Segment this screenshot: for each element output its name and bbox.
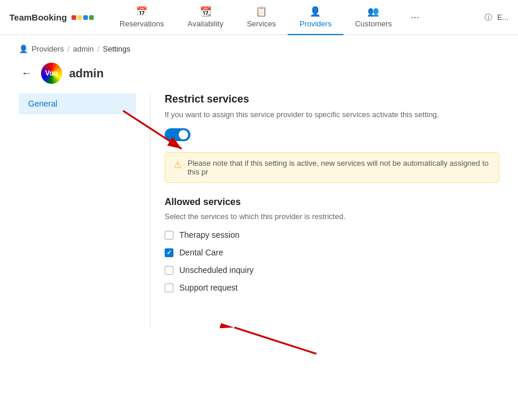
breadcrumb-providers[interactable]: Providers <box>32 45 64 53</box>
settings-panel: Restrict services If you want to assign … <box>165 93 499 327</box>
page-title: admin <box>69 67 104 80</box>
logo-dots <box>71 15 94 20</box>
page-header: ← Von admin <box>0 58 518 93</box>
top-navigation: TeamBooking 📅 Reservations 📆 Availabilit… <box>0 0 518 35</box>
restrict-services-desc: If you want to assign this service provi… <box>165 110 499 119</box>
support-checkbox[interactable] <box>165 284 173 292</box>
service-list: Therapy session Dental Care Unscheduled … <box>165 230 499 292</box>
unscheduled-checkbox[interactable] <box>165 266 173 275</box>
back-button[interactable]: ← <box>19 65 34 82</box>
warning-icon: ⚠ <box>173 159 182 170</box>
breadcrumb: 👤 Providers / admin / Settings <box>0 35 518 58</box>
therapy-label: Therapy session <box>179 230 240 240</box>
therapy-checkbox[interactable] <box>165 231 173 240</box>
allowed-services-desc: Select the services to which this provid… <box>165 212 499 221</box>
nav-services-label: Services <box>247 19 276 28</box>
restrict-services-section: Restrict services If you want to assign … <box>165 93 499 183</box>
breadcrumb-admin[interactable]: admin <box>73 45 94 53</box>
nav-customers-label: Customers <box>355 19 392 28</box>
nav-providers[interactable]: 👤 Providers <box>288 0 343 35</box>
availability-icon: 📆 <box>200 6 212 17</box>
list-item: Dental Care <box>165 248 499 257</box>
sidebar-divider <box>150 93 151 327</box>
logo-dot-red <box>71 15 76 20</box>
logo-dot-green <box>89 15 94 20</box>
breadcrumb-icon: 👤 <box>19 45 28 53</box>
app-name: TeamBooking <box>9 12 67 22</box>
list-item: Support request <box>165 283 499 292</box>
dental-label: Dental Care <box>179 248 223 257</box>
nav-items: 📅 Reservations 📆 Availability 📋 Services… <box>108 0 485 35</box>
restrict-services-title: Restrict services <box>165 93 499 105</box>
info-icon[interactable]: ⓘ <box>485 12 492 23</box>
nav-right: ⓘ E... <box>485 12 509 23</box>
nav-services[interactable]: 📋 Services <box>235 0 288 35</box>
toggle-thumb <box>179 130 188 139</box>
allowed-services-title: Allowed services <box>165 197 499 207</box>
settings-sidebar: General <box>19 93 136 327</box>
breadcrumb-current: Settings <box>103 45 131 53</box>
settings-layout: General Restrict services If you want to… <box>0 93 518 327</box>
logo-dot-yellow <box>77 15 82 20</box>
user-label: E... <box>497 13 509 22</box>
support-label: Support request <box>179 283 238 292</box>
logo-dot-blue <box>83 15 88 20</box>
sidebar-general-label: General <box>28 99 57 108</box>
list-item: Unscheduled inquiry <box>165 265 499 275</box>
customers-icon: 👥 <box>367 6 379 17</box>
providers-icon: 👤 <box>309 6 321 17</box>
sidebar-item-general[interactable]: General <box>19 93 136 114</box>
nav-availability[interactable]: 📆 Availability <box>176 0 235 35</box>
nav-more[interactable]: ··· <box>404 0 427 35</box>
services-icon: 📋 <box>255 6 267 17</box>
avatar: Von <box>41 63 62 84</box>
nav-reservations-label: Reservations <box>120 19 164 28</box>
nav-customers[interactable]: 👥 Customers <box>343 0 404 35</box>
warning-text: Please note that if this setting is acti… <box>188 159 490 176</box>
nav-reservations[interactable]: 📅 Reservations <box>108 0 176 35</box>
restrict-toggle[interactable] <box>165 128 190 141</box>
list-item: Therapy session <box>165 230 499 240</box>
main-content: 👤 Providers / admin / Settings ← Von adm… <box>0 35 518 420</box>
nav-providers-label: Providers <box>299 19 332 28</box>
toggle-track <box>165 128 190 141</box>
unscheduled-label: Unscheduled inquiry <box>179 265 254 275</box>
warning-box: ⚠ Please note that if this setting is ac… <box>165 152 499 183</box>
logo: TeamBooking <box>9 12 94 22</box>
nav-availability-label: Availability <box>188 19 223 28</box>
dental-checkbox[interactable] <box>165 248 173 257</box>
allowed-services-section: Allowed services Select the services to … <box>165 197 499 292</box>
svg-line-3 <box>234 327 316 354</box>
toggle-container <box>165 128 499 143</box>
reservations-icon: 📅 <box>136 6 148 17</box>
